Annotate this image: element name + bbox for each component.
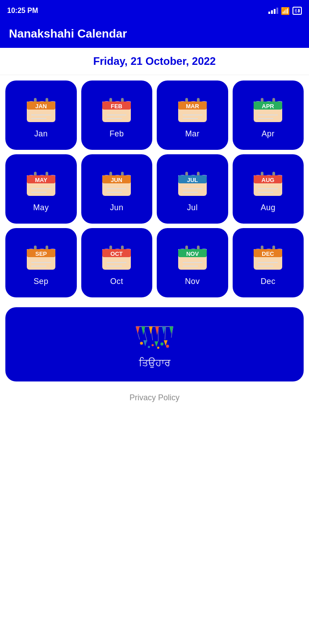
svg-marker-103 [143,340,147,346]
svg-point-99 [160,343,163,346]
app-title: Nanakshahi Calendar [9,27,127,40]
battery-icon: 6 [292,7,302,15]
month-cell-may[interactable]: MAY May [5,154,77,224]
svg-text:DEC: DEC [262,250,275,257]
current-date: Friday, 21 October, 2022 [93,55,216,67]
wifi-icon: 📶 [281,7,290,15]
svg-text:NOV: NOV [186,250,199,257]
svg-text:MAY: MAY [35,177,47,183]
month-label-oct: Oct [110,277,123,286]
calendar-icon-oct: OCT [100,241,133,273]
calendar-icon-feb: FEB [100,93,133,126]
month-cell-aug[interactable]: AUG Aug [233,154,304,224]
svg-marker-91 [136,326,139,334]
month-cell-jun[interactable]: JUN Jun [81,154,153,224]
month-cell-jan[interactable]: JAN Jan [5,80,77,150]
month-cell-apr[interactable]: APR Apr [233,80,304,150]
svg-text:APR: APR [262,103,275,110]
festival-button[interactable]: ਤਿਉਹਾਰ [5,307,304,381]
status-time: 10:25 PM [7,7,38,15]
calendar-icon-sep: SEP [25,241,57,273]
svg-text:AUG: AUG [262,177,275,183]
month-label-jul: Jul [187,203,198,212]
month-cell-feb[interactable]: FEB Feb [81,80,153,150]
month-grid: JAN Jan [0,75,309,303]
festival-label: ਤਿਉਹਾਰ [139,357,171,369]
calendar-icon-aug: AUG [252,167,284,199]
svg-text:SEP: SEP [35,250,47,257]
svg-marker-92 [142,326,145,335]
svg-text:JUN: JUN [111,177,122,183]
month-label-dec: Dec [261,277,276,286]
month-label-nov: Nov [185,277,200,286]
svg-point-101 [157,347,159,349]
signal-icon [268,8,278,14]
svg-point-100 [148,346,150,348]
month-label-sep: Sep [33,277,48,286]
calendar-icon-jan: JAN [25,93,57,126]
date-bar: Friday, 21 October, 2022 [0,48,309,75]
calendar-icon-dec: DEC [252,241,284,273]
calendar-icon-apr: APR [252,93,284,126]
month-label-aug: Aug [261,203,276,212]
calendar-icon-jul: JUL [176,167,209,199]
svg-point-102 [166,345,169,348]
festival-icon [132,320,177,357]
month-cell-jul[interactable]: JUL Jul [157,154,228,224]
app-header: Nanakshahi Calendar [0,21,309,48]
status-bar: 10:25 PM 📶 6 [0,0,309,21]
month-label-mar: Mar [185,129,200,139]
status-icons: 📶 6 [268,7,302,15]
svg-text:OCT: OCT [111,250,123,257]
month-cell-nov[interactable]: NOV Nov [157,228,228,297]
calendar-icon-nov: NOV [176,241,209,273]
privacy-policy-link[interactable]: Privacy Policy [0,386,309,410]
month-label-may: May [33,203,49,212]
month-cell-mar[interactable]: MAR Mar [157,80,228,150]
month-cell-dec[interactable]: DEC Dec [233,228,304,297]
svg-text:FEB: FEB [111,103,122,110]
month-label-jun: Jun [110,203,123,212]
svg-marker-104 [154,341,158,347]
svg-point-97 [140,342,143,345]
month-label-jan: Jan [34,129,48,139]
calendar-icon-jun: JUN [100,167,133,199]
svg-point-98 [151,344,154,346]
month-label-feb: Feb [109,129,124,139]
svg-text:JAN: JAN [35,103,47,110]
svg-marker-93 [149,326,153,335]
month-label-apr: Apr [262,129,275,139]
svg-text:JUL: JUL [187,177,198,183]
calendar-icon-may: MAY [25,167,57,199]
month-cell-sep[interactable]: SEP Sep [5,228,77,297]
month-cell-oct[interactable]: OCT Oct [81,228,153,297]
svg-text:MAR: MAR [186,103,199,110]
calendar-icon-mar: MAR [176,93,209,126]
